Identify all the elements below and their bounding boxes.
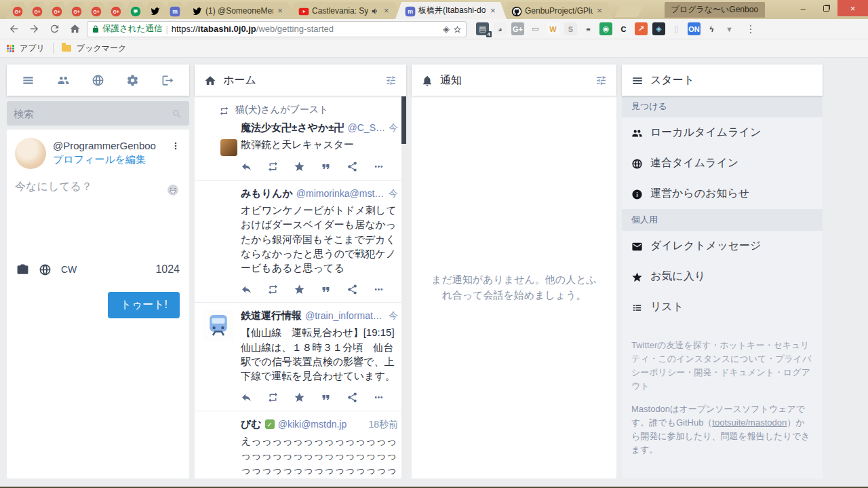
- display-name[interactable]: 鉄道運行情報: [241, 309, 302, 322]
- scrollbar-track[interactable]: [401, 96, 406, 478]
- quote-icon[interactable]: [320, 390, 332, 404]
- extension-icon[interactable]: ϟ: [705, 22, 718, 35]
- users-icon[interactable]: [57, 73, 70, 88]
- tab-close-icon[interactable]: ×: [276, 5, 284, 16]
- extension-icon[interactable]: ↗: [635, 22, 648, 35]
- extension-icon[interactable]: ◕: [494, 22, 507, 35]
- translate-icon[interactable]: ◈: [443, 24, 450, 34]
- display-name[interactable]: ぴむ: [241, 418, 262, 431]
- browser-tab[interactable]: GenbuProject/GPlusT ×: [502, 2, 613, 19]
- getting-started-item[interactable]: 運営からのお知らせ: [622, 179, 823, 209]
- chrome-menu-icon[interactable]: ⋮: [744, 23, 757, 35]
- bookmarks-folder[interactable]: ブックマーク: [77, 43, 126, 54]
- extension-icon[interactable]: ◈: [652, 22, 665, 35]
- toot-button[interactable]: トゥート!: [108, 292, 180, 318]
- favourite-star-icon[interactable]: [294, 159, 305, 173]
- github-link[interactable]: tootsuite/mastodon: [712, 417, 787, 428]
- extension-icon[interactable]: ◉: [599, 22, 612, 35]
- more-icon[interactable]: [373, 390, 384, 404]
- gear-icon[interactable]: [126, 73, 139, 88]
- back-button[interactable]: [5, 21, 22, 37]
- boost-icon[interactable]: [267, 390, 279, 404]
- reload-button[interactable]: [46, 21, 62, 37]
- bookmark-star-icon[interactable]: [453, 24, 462, 34]
- reply-icon[interactable]: [241, 159, 252, 173]
- toot[interactable]: みもりんか @mimorinka@mst… 今 オビワンケノービがトドメ刺してお…: [195, 181, 406, 303]
- more-icon[interactable]: [373, 159, 384, 173]
- visibility-globe-icon[interactable]: [39, 262, 52, 277]
- tab-close-icon[interactable]: ×: [595, 5, 604, 16]
- footer-links[interactable]: Twitterの友達を探す・ホットキー・セキュリティ・このインスタンスについて・…: [631, 339, 813, 394]
- content-warning-toggle[interactable]: CW: [61, 264, 77, 275]
- share-icon[interactable]: [347, 159, 358, 173]
- account-handle[interactable]: @mimorinka@mst…: [296, 188, 384, 199]
- edit-profile-link[interactable]: プロフィールを編集: [53, 153, 163, 166]
- avatar[interactable]: [203, 309, 234, 341]
- restore-button[interactable]: [814, 0, 837, 16]
- extension-icon[interactable]: ▼: [723, 22, 736, 35]
- chrome-profile-chip[interactable]: プログラな〜いGenboo: [665, 2, 765, 18]
- column-settings-icon[interactable]: [385, 73, 397, 87]
- extension-icon[interactable]: ▤ 4: [476, 22, 489, 35]
- compose-textarea[interactable]: [15, 180, 181, 245]
- browser-tab[interactable]: (1) @SomeoneMent… ×: [182, 2, 294, 19]
- boost-icon[interactable]: [267, 159, 279, 173]
- browser-tab[interactable]: m 板橋丼(Itabashi-don) ×: [395, 2, 507, 19]
- globe-icon[interactable]: [92, 73, 104, 88]
- search-input[interactable]: [14, 108, 172, 119]
- reply-icon[interactable]: [241, 390, 252, 404]
- share-icon[interactable]: [347, 390, 358, 404]
- extension-icon[interactable]: ▭: [529, 22, 542, 35]
- toot[interactable]: 猫(犬)さんがブースト 魔法少女卍±さやか±卍 @C_S…: [195, 96, 406, 181]
- avatar[interactable]: [203, 187, 234, 219]
- tab-close-icon[interactable]: ×: [488, 5, 497, 16]
- attach-media-icon[interactable]: [16, 262, 29, 277]
- tab-close-icon[interactable]: ×: [382, 5, 391, 16]
- more-icon[interactable]: [373, 282, 384, 295]
- favourite-star-icon[interactable]: [294, 390, 305, 404]
- security-status[interactable]: 保護された通信: [92, 23, 162, 35]
- extension-icon[interactable]: S: [564, 22, 577, 35]
- extension-icon[interactable]: ON: [688, 22, 701, 35]
- forward-button[interactable]: [26, 21, 42, 37]
- toot[interactable]: 鉄道運行情報 @train_informat… 今 【仙山線 運転見合わせ】[1…: [195, 303, 406, 411]
- boost-icon[interactable]: [267, 282, 279, 295]
- getting-started-item[interactable]: リスト: [622, 292, 823, 322]
- favourite-star-icon[interactable]: [294, 282, 305, 295]
- new-tab-button[interactable]: [614, 5, 644, 17]
- display-name[interactable]: みもりんか: [241, 187, 293, 200]
- extension-icon[interactable]: G+: [511, 22, 524, 35]
- extension-icon[interactable]: W: [547, 22, 559, 35]
- kebab-menu-icon[interactable]: [170, 138, 181, 169]
- account-handle[interactable]: @train_informat…: [305, 310, 382, 321]
- avatar[interactable]: [15, 138, 46, 169]
- apps-shortcut[interactable]: アプリ: [20, 43, 45, 54]
- scrollbar-thumb[interactable]: [401, 96, 406, 144]
- column-settings-icon[interactable]: [595, 73, 607, 87]
- reply-icon[interactable]: [241, 282, 252, 295]
- minimize-button[interactable]: –: [791, 0, 814, 16]
- quote-icon[interactable]: [320, 159, 332, 173]
- getting-started-item[interactable]: お気に入り: [622, 261, 823, 292]
- avatar[interactable]: [203, 121, 234, 153]
- toot[interactable]: ぴむ ✓ @kiki@mstdn.jp 18秒前 えっっっっっっっっっっっっっっ…: [195, 411, 406, 478]
- extension-icon[interactable]: ≡: [582, 22, 595, 35]
- boost-line[interactable]: 猫(犬)さんがブースト: [203, 102, 398, 121]
- account-handle[interactable]: @C_S…: [348, 122, 385, 133]
- getting-started-item[interactable]: ダイレクトメッセージ: [622, 231, 823, 261]
- extension-icon[interactable]: C: [617, 22, 630, 35]
- menu-icon[interactable]: [22, 73, 35, 88]
- getting-started-item[interactable]: ローカルタイムライン: [622, 117, 823, 148]
- getting-started-item[interactable]: 連合タイムライン: [622, 148, 823, 179]
- address-bar[interactable]: 保護された通信 | https://itabashi.0j0.jp/web/ge…: [87, 21, 467, 37]
- browser-tab[interactable]: Castlevania: Sym ×: [289, 2, 400, 19]
- share-icon[interactable]: [347, 282, 358, 295]
- account-handle[interactable]: @kiki@mstdn.jp: [278, 419, 347, 430]
- extension-icon[interactable]: ▯: [670, 22, 683, 35]
- quote-icon[interactable]: [320, 282, 332, 295]
- close-button[interactable]: ×: [837, 0, 868, 16]
- home-button[interactable]: [66, 21, 83, 37]
- emoji-picker-icon[interactable]: [166, 181, 180, 197]
- avatar[interactable]: [203, 418, 234, 449]
- display-name[interactable]: 魔法少女卍±さやか±卍: [241, 121, 344, 134]
